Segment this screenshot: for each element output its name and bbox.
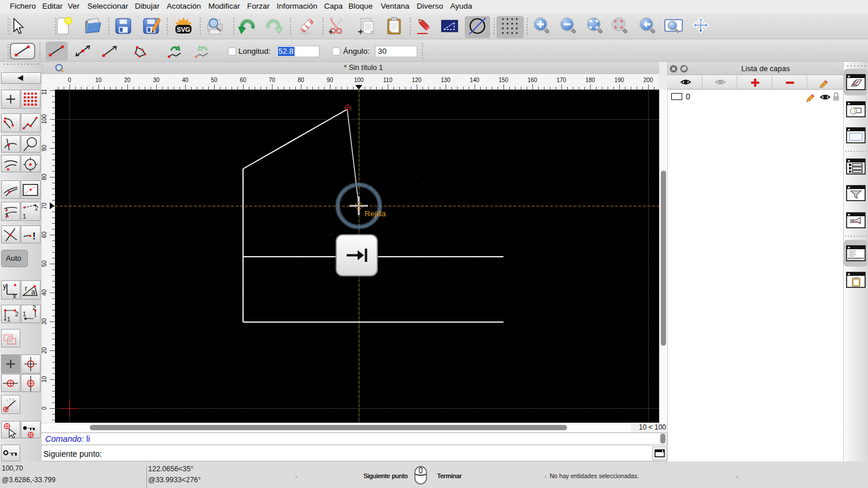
svg-text:1: 1 [23, 213, 26, 220]
svg-text:20: 20 [42, 347, 47, 354]
svg-text:100: 100 [42, 114, 47, 124]
svg-text:60: 60 [42, 231, 47, 238]
svg-text:Rejilla: Rejilla [365, 209, 386, 218]
svg-text:a: a [31, 288, 35, 296]
svg-text:30: 30 [42, 318, 47, 325]
svg-text:70: 70 [269, 77, 275, 83]
svg-text:2: 2 [35, 205, 38, 212]
svg-text:70: 70 [42, 202, 47, 209]
svg-text:110: 110 [383, 77, 392, 83]
svg-text:x: x [13, 292, 16, 300]
svg-text:1: 1 [7, 316, 10, 323]
svg-text:180: 180 [586, 77, 595, 83]
svg-text:150: 150 [499, 77, 509, 83]
svg-text:r: r [25, 284, 27, 293]
svg-text:200: 200 [643, 77, 653, 83]
svg-text:40: 40 [42, 289, 47, 296]
svg-text:80: 80 [297, 77, 304, 83]
svg-text:160: 160 [528, 77, 538, 83]
svg-text:2: 2 [32, 305, 36, 311]
svg-text:50: 50 [211, 77, 218, 83]
svg-text:60: 60 [240, 77, 247, 83]
svg-text:140: 140 [470, 77, 480, 83]
svg-text:2: 2 [15, 310, 19, 317]
svg-text:90: 90 [326, 77, 333, 83]
svg-text:y: y [3, 282, 6, 290]
svg-text:1: 1 [23, 310, 26, 317]
svg-text:50: 50 [42, 260, 47, 267]
svg-text:SVG: SVG [176, 26, 190, 33]
svg-text:10: 10 [95, 77, 102, 83]
svg-text:30: 30 [153, 77, 160, 83]
svg-text:40: 40 [182, 77, 189, 83]
svg-text:170: 170 [557, 77, 567, 83]
svg-text:100: 100 [354, 77, 364, 83]
svg-text:20: 20 [124, 77, 131, 83]
svg-text:120: 120 [412, 77, 422, 83]
svg-text:10: 10 [42, 376, 47, 383]
svg-text:0: 0 [68, 77, 71, 83]
svg-text:110: 110 [42, 90, 47, 95]
svg-text:130: 130 [441, 77, 451, 83]
svg-text:0: 0 [42, 406, 47, 410]
svg-text:190: 190 [615, 77, 624, 83]
svg-text:90: 90 [42, 145, 47, 151]
svg-text:80: 80 [42, 173, 47, 180]
svg-text:!: ! [32, 231, 36, 242]
